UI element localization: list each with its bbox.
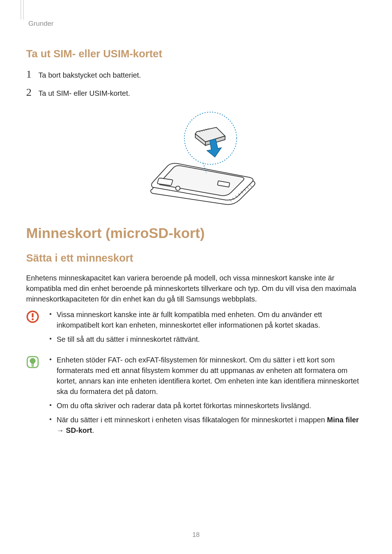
info-bullets: Enheten stöder FAT- och exFAT-filsysteme… xyxy=(48,355,366,436)
page-number: 18 xyxy=(0,531,392,539)
info-block: Enheten stöder FAT- och exFAT-filsysteme… xyxy=(26,355,366,439)
breadcrumb: Grunder xyxy=(28,18,366,28)
section-title-insert-card: Sätta i ett minneskort xyxy=(26,252,366,264)
warning-icon xyxy=(26,310,39,325)
svg-point-20 xyxy=(32,318,34,320)
info-bullet3-suffix: . xyxy=(92,426,94,434)
step-number: 1 xyxy=(26,69,38,79)
list-item: Se till så att du sätter i minneskortet … xyxy=(48,334,366,345)
step-1: 1 Ta bort bakstycket och batteriet. xyxy=(26,69,366,80)
warning-bullets: Vissa minneskort kanske inte är fullt ko… xyxy=(48,309,366,345)
list-item: Om du ofta skriver och raderar data på k… xyxy=(48,401,366,411)
chapter-title-memorycard: Minneskort (microSD-kort) xyxy=(26,225,366,241)
step-number: 2 xyxy=(26,87,38,98)
figure-sim-removal xyxy=(26,109,366,209)
list-item: Vissa minneskort kanske inte är fullt ko… xyxy=(48,309,366,331)
info-bullet3-prefix: När du sätter i ett minneskort i enheten… xyxy=(57,416,327,424)
section-title-remove-sim: Ta ut SIM- eller USIM-kortet xyxy=(26,48,366,60)
list-item: När du sätter i ett minneskort i enheten… xyxy=(48,415,366,436)
header-tab-marker xyxy=(21,0,24,20)
info-icon xyxy=(26,356,39,370)
list-item: Enheten stöder FAT- och exFAT-filsysteme… xyxy=(48,355,366,397)
step-text: Ta bort bakstycket och batteriet. xyxy=(38,70,366,80)
svg-rect-19 xyxy=(32,313,34,317)
svg-point-1 xyxy=(176,186,180,190)
warning-block: Vissa minneskort kanske inte är fullt ko… xyxy=(26,309,366,348)
svg-rect-23 xyxy=(32,366,34,367)
svg-rect-22 xyxy=(31,365,34,366)
intro-paragraph: Enhetens minneskapacitet kan variera ber… xyxy=(26,273,366,304)
step-text: Ta ut SIM- eller USIM-kortet. xyxy=(38,88,366,98)
step-2: 2 Ta ut SIM- eller USIM-kortet. xyxy=(26,87,366,98)
steps-list: 1 Ta bort bakstycket och batteriet. 2 Ta… xyxy=(26,69,366,98)
